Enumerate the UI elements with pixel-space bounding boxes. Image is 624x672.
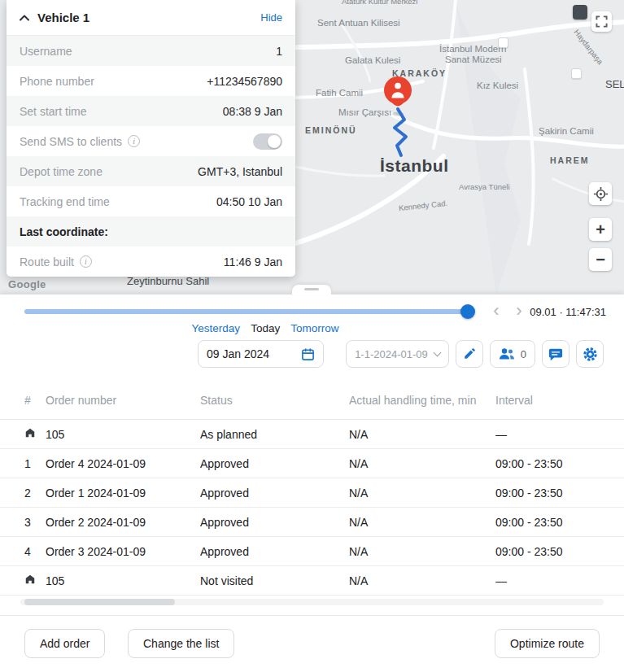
order-number: 105 (46, 428, 200, 441)
vehicle-row-route-built: Route built 11:46 9 Jan (7, 247, 295, 277)
map-label-district: KARAKÖY (392, 68, 447, 78)
order-status: Approved (200, 545, 349, 558)
panel-drag-handle[interactable] (292, 285, 331, 295)
timeline-timestamp: 09.01 · 11:47:31 (530, 306, 606, 318)
table-row-order[interactable]: 4 Order 3 2024-01-09 Approved N/A 09:00 … (0, 537, 624, 566)
handling-time: N/A (349, 457, 495, 470)
toggle-knob (268, 135, 281, 148)
map-poi-marker (498, 37, 508, 48)
tomorrow-link[interactable]: Tomorrow (290, 322, 338, 334)
order-status: Approved (200, 457, 349, 470)
add-order-button[interactable]: Add order (24, 629, 105, 658)
pencil-icon (463, 347, 476, 360)
info-icon[interactable] (128, 135, 140, 147)
row-value: 11:46 9 Jan (224, 255, 282, 268)
map-label-district: HAREM (550, 155, 590, 165)
row-label: Send SMS to clients (20, 135, 140, 148)
row-value: 08:38 9 Jan (223, 105, 282, 118)
order-number: Order 4 2024-01-09 (46, 457, 200, 470)
map-label: Sanat Müzesi (445, 55, 502, 64)
map-label-city: İstanbul (380, 156, 449, 176)
yesterday-link[interactable]: Yesterday (192, 322, 241, 334)
edit-route-button[interactable] (456, 340, 483, 368)
row-label: Username (20, 45, 72, 58)
col-header-time: Actual handling time, min (349, 394, 495, 407)
order-number: 105 (46, 574, 200, 587)
row-label-text: Route built (20, 255, 74, 268)
settings-button[interactable] (576, 340, 604, 368)
sms-toggle[interactable] (253, 133, 282, 150)
order-number: Order 2 2024-01-09 (46, 516, 200, 529)
table-header-row: # Order number Status Actual handling ti… (0, 381, 624, 420)
change-list-button[interactable]: Change the list (128, 629, 234, 658)
locate-button[interactable] (589, 182, 612, 205)
scrollbar-thumb[interactable] (24, 599, 175, 605)
timeline-slider-thumb[interactable] (460, 304, 475, 319)
map-label: Atatürk Kültür Merkezi (342, 0, 417, 6)
handling-time: N/A (349, 545, 495, 558)
vehicle-row-last-coordinate: Last coordinate: (7, 216, 295, 247)
collapse-chevron-icon[interactable] (20, 15, 29, 21)
chevron-down-icon (433, 348, 441, 356)
vehicle-title: Vehicle 1 (37, 11, 89, 24)
row-num: 1 (24, 457, 46, 470)
controls-cluster: 1-1-2024-01-09 0 (346, 340, 604, 368)
map-label: Avrasya Tüneli (459, 182, 510, 191)
map-label: İstanbul Modern (439, 44, 506, 54)
handling-time: N/A (349, 516, 495, 529)
row-label: Route built (20, 255, 92, 268)
handling-time: N/A (349, 428, 495, 441)
zoom-out-button[interactable]: − (589, 248, 612, 271)
interval: 09:00 - 23:50 (495, 487, 600, 500)
order-status: As planned (200, 428, 349, 441)
optimize-route-button[interactable]: Optimize route (495, 629, 600, 658)
col-header-interval: Interval (495, 394, 600, 407)
chat-icon (548, 347, 563, 361)
vehicle-panel-header: Vehicle 1 Hide (7, 0, 295, 36)
table-row-order[interactable]: 3 Order 2 2024-01-09 Approved N/A 09:00 … (0, 508, 624, 537)
row-num: 4 (24, 545, 46, 558)
footer-bar: Add order Change the list Optimize route (0, 615, 624, 672)
step-back-icon[interactable] (487, 301, 506, 321)
today-link[interactable]: Today (251, 322, 280, 334)
depot-icon (24, 427, 36, 439)
orders-table: # Order number Status Actual handling ti… (0, 381, 624, 596)
interval: — (495, 574, 600, 587)
drag-bar-icon (304, 288, 319, 290)
vehicle-panel: Vehicle 1 Hide Username 1 Phone number +… (7, 0, 295, 277)
table-row-depot-start[interactable]: 105 As planned N/A — (0, 420, 624, 449)
vehicle-row-sms: Send SMS to clients (7, 126, 295, 156)
map-label: SEL (605, 78, 624, 90)
table-row-order[interactable]: 1 Order 4 2024-01-09 Approved N/A 09:00 … (0, 449, 624, 478)
crosshair-icon (593, 186, 609, 202)
route-select[interactable]: 1-1-2024-01-09 (346, 340, 449, 368)
interval: — (495, 428, 600, 441)
horizontal-scrollbar[interactable] (20, 599, 604, 605)
info-icon[interactable] (80, 255, 92, 268)
table-row-depot-end[interactable]: 105 Not visited N/A — (0, 566, 624, 596)
couriers-button[interactable]: 0 (490, 340, 535, 368)
order-status: Approved (200, 516, 349, 529)
col-header-order: Order number (46, 394, 200, 407)
people-icon (499, 347, 515, 360)
map-poi-badge (573, 5, 587, 20)
google-logo: Google (8, 278, 46, 290)
order-status: Not visited (200, 574, 349, 587)
date-picker[interactable]: 09 Jan 2024 (198, 340, 324, 368)
fullscreen-icon (596, 15, 608, 28)
fullscreen-button[interactable] (591, 11, 612, 32)
zoom-in-button[interactable]: + (589, 218, 612, 241)
order-number: Order 3 2024-01-09 (46, 545, 200, 558)
order-number: Order 1 2024-01-09 (46, 487, 200, 500)
chat-button[interactable] (542, 340, 569, 368)
step-forward-icon[interactable] (509, 301, 529, 321)
hide-link[interactable]: Hide (260, 11, 282, 24)
col-header-status: Status (200, 394, 349, 407)
row-label: Set start time (20, 105, 86, 118)
map-label: Şakirin Camii (539, 126, 594, 136)
map-label-district: EMINÖNÜ (305, 125, 357, 135)
table-row-order[interactable]: 2 Order 1 2024-01-09 Approved N/A 09:00 … (0, 478, 624, 508)
interval: 09:00 - 23:50 (495, 457, 600, 470)
timeline-slider[interactable] (24, 309, 473, 314)
map-label: Sent Antuan Kilisesi (317, 18, 400, 28)
